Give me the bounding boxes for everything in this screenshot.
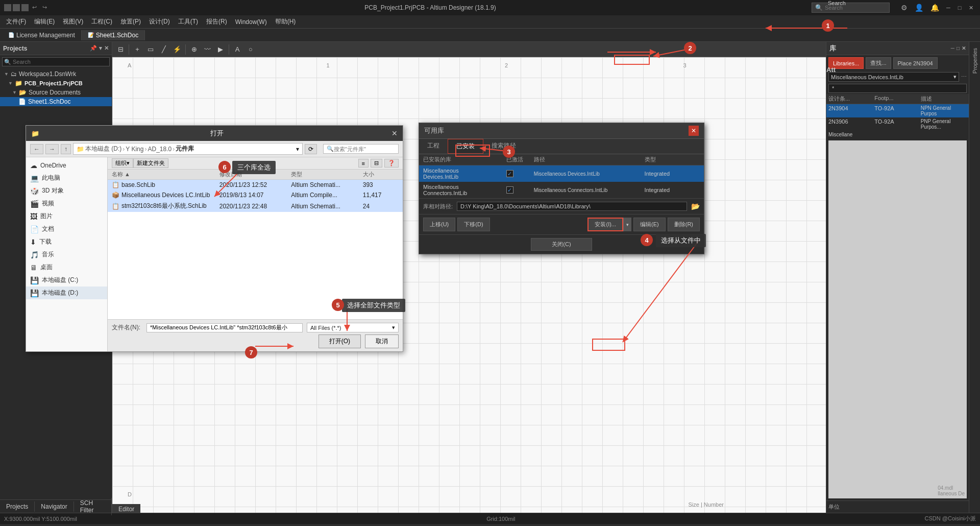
sidebar-3d[interactable]: 🎲 3D 对象 bbox=[26, 184, 107, 197]
grid-view-button[interactable]: ⊟ bbox=[371, 159, 382, 168]
menu-help[interactable]: 帮助(H) bbox=[271, 16, 300, 28]
avail-row-1[interactable]: MiscellaneousConnectors.IntLib ✓ Miscell… bbox=[419, 182, 704, 198]
lib-place-button[interactable]: Place 2N3904 bbox=[893, 57, 938, 69]
panel-close-icon[interactable]: ✕ bbox=[104, 45, 109, 52]
tool-circle[interactable]: ○ bbox=[244, 43, 257, 56]
tree-project[interactable]: ▼ 📁 PCB_Project1.PrjPCB bbox=[0, 79, 112, 88]
sidebar-pictures[interactable]: 🖼 图片 bbox=[26, 210, 107, 223]
file-item-1[interactable]: 📦 Miscellaneous Devices LC.IntLib 2019/8… bbox=[108, 190, 403, 200]
bottom-tab-projects[interactable]: Projects bbox=[0, 501, 35, 512]
lib-panel-float[interactable]: □ bbox=[957, 45, 960, 51]
menu-reports[interactable]: 报告(R) bbox=[202, 16, 231, 28]
dialog-forward-button[interactable]: → bbox=[45, 144, 59, 154]
menu-edit[interactable]: 编辑(E) bbox=[30, 16, 59, 28]
avail-checkbox-1[interactable]: ✓ bbox=[506, 186, 513, 194]
lib-row-0[interactable]: 2N3904 TO-92A NPN General Purpos bbox=[826, 104, 969, 117]
avail-checkbox-0[interactable]: ✓ bbox=[506, 170, 513, 177]
sidebar-desktop[interactable]: 🖥 桌面 bbox=[26, 261, 107, 274]
avail-tab-installed[interactable]: 已安装 bbox=[448, 139, 483, 154]
file-item-0[interactable]: 📋 base.SchLib 2020/11/23 12:52 Altium Sc… bbox=[108, 180, 403, 190]
sidebar-computer[interactable]: 💻 此电脑 bbox=[26, 172, 107, 184]
tool-rect[interactable]: ▭ bbox=[144, 43, 157, 56]
move-up-button[interactable]: 上移(U) bbox=[423, 218, 455, 231]
sidebar-video[interactable]: 🎬 视频 bbox=[26, 197, 107, 210]
tree-sheet[interactable]: 📄 Sheet1.SchDoc bbox=[0, 97, 112, 106]
sidebar-disk-c[interactable]: 💾 本地磁盘 (C:) bbox=[26, 274, 107, 286]
menu-view[interactable]: 视图(V) bbox=[59, 16, 87, 28]
tool-wire[interactable]: 〰 bbox=[201, 43, 213, 56]
dialog-back-button[interactable]: ← bbox=[30, 144, 43, 154]
dialog-refresh-button[interactable]: ⟳ bbox=[305, 144, 317, 154]
lib-panel-close[interactable]: ✕ bbox=[962, 45, 966, 51]
tool-add[interactable]: + bbox=[131, 43, 143, 56]
menu-window[interactable]: Window(W) bbox=[231, 17, 271, 27]
menu-project[interactable]: 工程(C) bbox=[87, 16, 116, 28]
sidebar-docs[interactable]: 📄 文档 bbox=[26, 223, 107, 235]
dialog-search-input[interactable] bbox=[334, 146, 395, 152]
sidebar-downloads[interactable]: ⬇ 下载 bbox=[26, 235, 107, 248]
lib-search-button[interactable]: 查找... bbox=[866, 57, 891, 69]
dialog-close-button[interactable]: ✕ bbox=[391, 129, 398, 137]
avail-row-0[interactable]: MiscellaneousDevices.IntLib ✓ Miscellane… bbox=[419, 165, 704, 182]
menu-place[interactable]: 放置(P) bbox=[116, 16, 145, 28]
filetype-dropdown[interactable]: All Files (*.*) ▾ bbox=[307, 323, 399, 332]
tree-source-docs[interactable]: ▼ 📂 Source Documents bbox=[0, 88, 112, 97]
bottom-tab-sch[interactable]: SCH Filter bbox=[74, 498, 112, 515]
menu-design[interactable]: 设计(D) bbox=[145, 16, 174, 28]
list-view-button[interactable]: ≡ bbox=[358, 159, 369, 168]
remove-button[interactable]: 删除(R) bbox=[668, 218, 700, 231]
new-folder-button[interactable]: 新建文件夹 bbox=[133, 158, 168, 168]
title-search-box[interactable]: 🔍 bbox=[812, 3, 890, 13]
path-browse-icon[interactable]: 📂 bbox=[691, 202, 700, 210]
sidebar-music[interactable]: 🎵 音乐 bbox=[26, 248, 107, 261]
dialog-up-button[interactable]: ↑ bbox=[61, 144, 71, 154]
lib-options-icon[interactable]: ⋯ bbox=[961, 74, 967, 80]
tab-sheet[interactable]: 📝 Sheet1.SchDoc bbox=[82, 30, 145, 40]
organize-button[interactable]: 组织▾ bbox=[112, 158, 133, 168]
panel-pin-icon[interactable]: 📌 bbox=[90, 45, 97, 52]
redo-icon[interactable]: ↪ bbox=[40, 4, 49, 11]
lib-panel-pin[interactable]: ─ bbox=[951, 45, 954, 51]
cancel-button[interactable]: 取消 bbox=[365, 334, 399, 348]
path-value-input[interactable] bbox=[457, 202, 687, 211]
tool-line[interactable]: ╱ bbox=[158, 43, 170, 56]
projects-search-input[interactable] bbox=[2, 57, 110, 66]
menu-tools[interactable]: 工具(T) bbox=[174, 16, 202, 28]
libraries-button[interactable]: Libraries... bbox=[828, 57, 864, 69]
tool-net[interactable]: ⚡ bbox=[171, 43, 183, 56]
avail-tab-search[interactable]: 搜索路径 bbox=[483, 139, 524, 154]
settings-icon[interactable]: ⚙ bbox=[898, 3, 911, 13]
side-tab-properties[interactable]: Properties bbox=[970, 44, 979, 78]
user-icon[interactable]: 👤 bbox=[912, 3, 926, 13]
title-search-input[interactable] bbox=[825, 5, 886, 11]
close-button[interactable]: ✕ bbox=[966, 3, 976, 13]
filename-input[interactable] bbox=[146, 323, 303, 332]
sidebar-disk-d[interactable]: 💾 本地磁盘 (D:) bbox=[26, 286, 107, 299]
col-size[interactable]: 大小 bbox=[363, 171, 399, 178]
avail-dialog-close-button[interactable]: ✕ bbox=[689, 126, 699, 136]
undo-icon[interactable]: ↩ bbox=[30, 4, 39, 11]
help-button[interactable]: ❓ bbox=[384, 159, 399, 168]
tool-filter[interactable]: ⊟ bbox=[114, 43, 127, 56]
tool-comp[interactable]: ⊕ bbox=[188, 43, 200, 56]
tool-port[interactable]: ▶ bbox=[214, 43, 227, 56]
minimize-button[interactable]: ─ bbox=[943, 3, 953, 13]
bottom-tab-navigator[interactable]: Navigator bbox=[35, 501, 74, 512]
col-type[interactable]: 类型 bbox=[291, 171, 363, 178]
sidebar-onedrive[interactable]: ☁ OneDrive bbox=[26, 159, 107, 172]
tool-text[interactable]: A bbox=[231, 43, 243, 56]
dialog-search-box[interactable]: 🔍 bbox=[323, 144, 399, 154]
lib-row-2[interactable]: Miscellane bbox=[826, 131, 969, 138]
avail-tab-project[interactable]: 工程 bbox=[419, 139, 448, 154]
maximize-button[interactable]: □ bbox=[954, 3, 965, 13]
notification-icon[interactable]: 🔔 bbox=[927, 3, 942, 13]
tree-workspace[interactable]: ▼ 🗂 Workspace1.DsnWrk bbox=[0, 69, 112, 79]
editor-tab-label[interactable]: Editor bbox=[112, 504, 140, 513]
edit-button[interactable]: 编辑(E) bbox=[633, 218, 666, 231]
menu-file[interactable]: 文件(F) bbox=[2, 16, 30, 28]
lib-filter-input[interactable] bbox=[828, 84, 967, 93]
col-name[interactable]: 名称 ▲ bbox=[112, 171, 219, 178]
path-dropdown-arrow[interactable]: ▾ bbox=[296, 146, 299, 153]
move-down-button[interactable]: 下移(D) bbox=[457, 218, 489, 231]
lib-name-dropdown[interactable]: Miscellaneous Devices.IntLib ▾ bbox=[828, 72, 959, 82]
